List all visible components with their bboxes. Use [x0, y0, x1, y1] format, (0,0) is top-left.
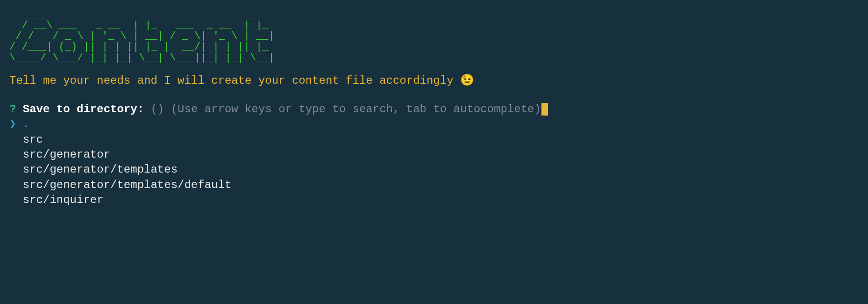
- ascii-banner: ___ _ _ / __\ ___ _ __ | |_ ___ _ __ | |…: [9, 9, 859, 63]
- option-item-label: src/inquirer: [23, 194, 104, 206]
- cursor-icon: [541, 103, 548, 115]
- option-row[interactable]: src/generator: [9, 147, 859, 162]
- prompt-line[interactable]: ? Save to directory: () (Use arrow keys …: [9, 102, 859, 117]
- option-selected-row[interactable]: ❯ .: [9, 117, 859, 132]
- option-row[interactable]: src: [9, 132, 859, 147]
- prompt-default-value: (): [150, 103, 164, 116]
- option-row[interactable]: src/generator/templates/default: [9, 178, 859, 193]
- prompt-marker: ?: [9, 103, 16, 116]
- autocomplete-options[interactable]: ❯ . src src/generator src/generator/temp…: [9, 117, 859, 208]
- option-row[interactable]: src/generator/templates: [9, 162, 859, 177]
- option-item-label: src/generator: [23, 148, 110, 161]
- prompt-label: Save to directory:: [23, 103, 144, 116]
- prompt-hint: (Use arrow keys or type to search, tab t…: [171, 103, 541, 116]
- option-item-label: src: [23, 133, 43, 146]
- chevron-right-icon: ❯: [9, 118, 16, 130]
- option-item-label: src/generator/templates/default: [23, 179, 231, 191]
- option-row[interactable]: src/inquirer: [9, 193, 859, 208]
- intro-text: Tell me your needs and I will create you…: [9, 73, 859, 88]
- option-item-label: .: [23, 118, 29, 130]
- option-item-label: src/generator/templates: [23, 163, 178, 176]
